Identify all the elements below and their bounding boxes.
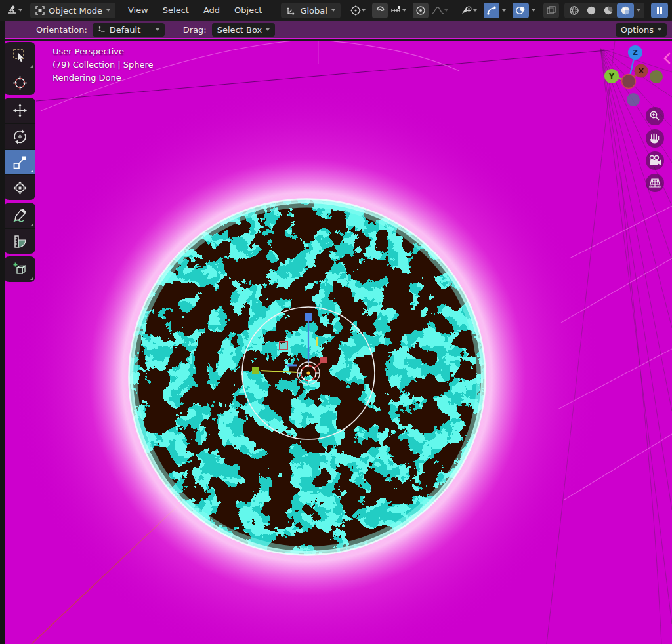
drag-label: Drag: <box>183 25 207 35</box>
select-box-icon <box>12 49 28 64</box>
orientation-dropdown[interactable]: Default <box>93 23 165 37</box>
tool-scale[interactable] <box>4 149 35 174</box>
tool-move[interactable] <box>4 98 35 123</box>
snap-settings-button[interactable] <box>388 3 409 18</box>
options-label: Options <box>621 25 654 35</box>
menu-add[interactable]: Add <box>196 0 227 21</box>
menu-view[interactable]: View <box>121 0 156 21</box>
tool-annotate[interactable] <box>4 203 35 228</box>
options-dropdown[interactable]: Options <box>616 23 667 37</box>
xray-icon <box>546 5 556 16</box>
scale-z-handle[interactable] <box>305 313 312 321</box>
tool-cursor[interactable] <box>4 70 35 95</box>
snapping-group <box>372 3 409 18</box>
tool-add-cube[interactable] <box>4 256 35 282</box>
chevron-down-icon <box>402 9 406 12</box>
proportional-editing-toggle[interactable] <box>413 3 429 18</box>
gizmos-icon <box>486 5 497 16</box>
subtool-indicator <box>30 64 33 68</box>
proportional-editing-icon <box>415 5 426 16</box>
wireframe-shading-icon <box>569 5 579 16</box>
3d-viewport-editor-icon <box>7 5 18 16</box>
pause-icon <box>656 7 663 14</box>
3d-viewport[interactable]: X Y Z <box>0 41 672 644</box>
scale-x-outline-handle[interactable] <box>280 342 287 350</box>
viewport-header: Object Mode View Select Add Object Globa… <box>0 0 672 21</box>
view-perspective-label: User Perspective <box>52 45 154 58</box>
orientation-value: Default <box>110 25 152 35</box>
axis-neg-z-ball[interactable] <box>627 93 640 106</box>
editor-type-button[interactable] <box>4 3 25 18</box>
axis-x-label: X <box>639 67 644 75</box>
drag-dropdown[interactable]: Select Box <box>212 23 275 37</box>
orientation-axes-icon <box>286 6 296 16</box>
overlays-group <box>513 3 538 18</box>
chevron-down-icon <box>473 9 477 12</box>
shading-material-button[interactable] <box>600 3 617 18</box>
object-mode-icon <box>35 6 45 15</box>
falloff-curve-icon <box>431 6 444 15</box>
snap-increment-icon <box>390 5 402 16</box>
scale-x-handle[interactable] <box>320 357 327 363</box>
chevron-down-icon[interactable] <box>637 9 640 12</box>
shading-solid-button[interactable] <box>583 3 600 18</box>
pause-button[interactable] <box>651 3 668 18</box>
viewport-shading-group <box>564 3 644 18</box>
orientation-select-label: Global <box>300 6 327 16</box>
rendered-shading-icon <box>620 5 631 16</box>
gizmos-settings[interactable] <box>499 3 509 18</box>
snap-toggle-button[interactable] <box>372 3 388 18</box>
chevron-down-icon <box>362 9 366 12</box>
tool-shelf <box>4 42 35 282</box>
rotate-tool-icon <box>12 129 28 144</box>
scale-y-handle[interactable] <box>252 367 259 374</box>
transform-orientation-select[interactable]: Global <box>281 3 340 18</box>
viewport-scene: X Y Z <box>0 41 672 644</box>
axis-neg-y-ball[interactable] <box>650 70 663 83</box>
default-orientation-icon <box>98 26 106 34</box>
chevron-down-icon <box>532 9 536 12</box>
overlays-settings[interactable] <box>529 3 538 18</box>
falloff-select[interactable] <box>429 3 451 18</box>
chevron-down-icon <box>106 9 110 12</box>
chevron-down-icon <box>266 28 270 31</box>
gizmos-toggle[interactable] <box>484 3 499 18</box>
subtool-indicator <box>30 169 33 172</box>
mode-select[interactable]: Object Mode <box>30 3 116 18</box>
transform-tool-icon <box>12 180 28 195</box>
overlays-toggle[interactable] <box>513 3 529 18</box>
material-preview-shading-icon <box>603 5 614 16</box>
overlays-icon <box>515 5 526 16</box>
subtool-indicator <box>30 277 33 280</box>
ortho-toggle-button[interactable] <box>646 174 664 192</box>
solid-shading-icon <box>586 5 597 16</box>
show-object-types-button[interactable] <box>458 3 480 18</box>
xray-toggle[interactable] <box>543 3 559 18</box>
chevron-down-icon <box>658 28 662 31</box>
chevron-down-icon <box>331 9 335 12</box>
render-status-label: Rendering Done <box>52 71 154 85</box>
menu-select[interactable]: Select <box>156 0 196 21</box>
axis-center-ball[interactable] <box>622 75 636 89</box>
camera-view-button[interactable] <box>646 151 664 170</box>
proportional-edit-group <box>413 3 451 18</box>
menu-bar: View Select Add Object <box>121 0 269 21</box>
shading-rendered-button[interactable] <box>617 3 634 18</box>
pan-button[interactable] <box>646 129 664 148</box>
tool-measure[interactable] <box>4 228 35 254</box>
orientation-label: Orientation: <box>36 25 87 35</box>
tool-select-box[interactable] <box>4 42 35 70</box>
chevron-down-icon <box>18 9 22 12</box>
chevron-down-icon <box>444 9 448 12</box>
tool-rotate[interactable] <box>4 123 35 149</box>
gizmos-group <box>484 3 509 18</box>
mode-select-label: Object Mode <box>49 6 102 16</box>
shading-wireframe-button[interactable] <box>566 3 583 18</box>
pivot-point-button[interactable] <box>347 3 368 18</box>
tool-transform[interactable] <box>4 174 35 200</box>
menu-object[interactable]: Object <box>227 0 269 21</box>
move-tool-icon <box>12 103 28 118</box>
zoom-button[interactable] <box>646 107 664 125</box>
axis-z-label: Z <box>633 49 638 57</box>
tool-settings-bar: Orientation: Default Drag: Select Box Op… <box>0 21 672 39</box>
